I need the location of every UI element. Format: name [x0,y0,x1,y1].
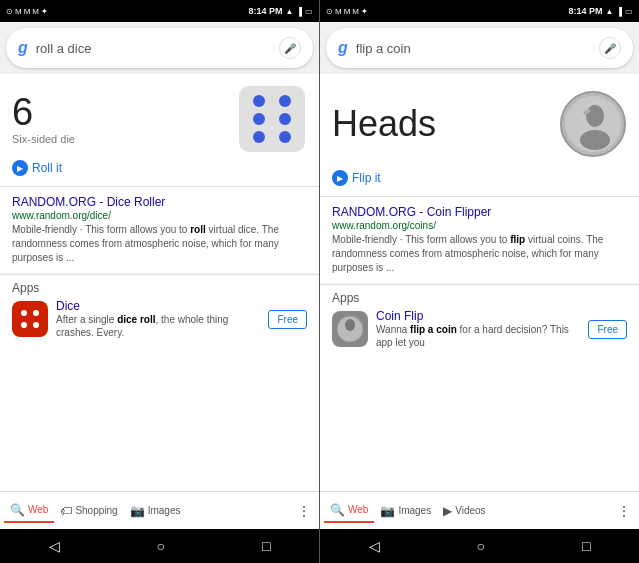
svg-rect-0 [239,86,305,152]
svg-point-2 [279,95,291,107]
gmail-icon-r2: M [344,7,351,16]
main-content-left: 6 Six-sided die ▶ Roll it [0,74,319,491]
status-bar-right: ⊙ M M M ✦ 8:14 PM ▲ ▐ ▭ [320,0,639,22]
dice-app-desc: After a single dice roll, the whole thin… [56,313,260,339]
wifi-icon-r: ▲ [605,7,613,16]
svg-point-4 [279,113,291,125]
status-bar-left: ⊙ M M M ✦ 8:14 PM ▲ ▐ ▭ [0,0,319,22]
nav-more-right[interactable]: ⋮ [613,499,635,523]
home-button-left[interactable]: ○ [157,538,165,554]
nav-tab-shopping-label: Shopping [75,505,117,516]
result-title-left[interactable]: RANDOM.ORG - Dice Roller [12,195,307,209]
flip-btn-circle-icon: ▶ [332,170,348,186]
signal-icon: ▐ [296,7,302,16]
gmail-icon-1: M [15,7,22,16]
result-url-base-r: www.random.org/ [332,220,410,231]
status-icons-right: 8:14 PM ▲ ▐ ▭ [248,6,313,16]
dice-number: 6 [12,93,75,131]
flip-it-label: Flip it [352,171,381,185]
battery-icon: ▭ [305,7,313,16]
result-url-right: www.random.org/coins/ [332,220,627,231]
coin-app-info: Coin Flip Wanna flip a coin for a hard d… [376,309,580,349]
home-button-right[interactable]: ○ [477,538,485,554]
bottom-nav-right: 🔍 Web 📷 Images ▶ Videos ⋮ [320,491,639,529]
dice-app-item: Dice After a single dice roll, the whole… [12,299,307,339]
result-url-path-r: coins/ [410,220,436,231]
dice-label: Six-sided die [12,133,75,145]
signal-icon-r: ▐ [616,7,622,16]
nav-tab-images-left[interactable]: 📷 Images [124,500,187,522]
nav-tab-images-label-left: Images [148,505,181,516]
mic-button-right[interactable]: 🎤 [599,37,621,59]
recents-button-right[interactable]: □ [582,538,590,554]
coin-svg [559,90,627,158]
search-query-right: flip a coin [356,41,599,56]
dice-number-section: 6 Six-sided die [12,93,75,145]
gmail-icon-3: M [32,7,39,16]
dice-phone-panel: ⊙ M M M ✦ 8:14 PM ▲ ▐ ▭ g roll a dice 🎤 … [0,0,319,563]
result-url-base: www.random.org/ [12,210,90,221]
images-icon-right: 📷 [380,504,395,518]
status-icons-right-left: ⊙ M M M ✦ [326,7,368,16]
svg-point-1 [253,95,265,107]
svg-point-10 [33,310,39,316]
result-snippet-left: Mobile-friendly · This form allows you t… [12,223,307,265]
search-query-left: roll a dice [36,41,279,56]
back-button-left[interactable]: ◁ [49,538,60,554]
nav-tab-videos-label: Videos [455,505,485,516]
search-bar-left[interactable]: g roll a dice 🎤 [6,28,313,68]
roll-it-label: Roll it [32,161,62,175]
status-icons-left: ⊙ M M M ✦ [6,7,48,16]
roll-it-button[interactable]: ▶ Roll it [12,160,307,176]
nav-tab-shopping-left[interactable]: 🏷 Shopping [54,500,123,522]
images-icon-left: 📷 [130,504,145,518]
apps-label-left: Apps [12,281,307,295]
svg-point-6 [279,131,291,143]
heads-text: Heads [332,103,436,145]
notification-icon-r: ⊙ [326,7,333,16]
dice-result-card: 6 Six-sided die ▶ Roll it [0,74,319,187]
apps-section-left: Apps Dice After a single dice roll, the … [0,274,319,343]
result-url-path: dice/ [90,210,111,221]
coin-app-icon [332,311,368,347]
nav-tab-images-right[interactable]: 📷 Images [374,500,437,522]
coin-free-button[interactable]: Free [588,320,627,339]
coin-result-card: Heads ▶ Flip it [320,74,639,197]
nav-more-left[interactable]: ⋮ [293,499,315,523]
apps-label-right: Apps [332,291,627,305]
sys-nav-right: ◁ ○ □ [320,529,639,563]
videos-icon-right: ▶ [443,504,452,518]
dice-free-button[interactable]: Free [268,310,307,329]
flip-it-button[interactable]: ▶ Flip it [332,170,627,186]
nav-tab-web-left[interactable]: 🔍 Web [4,499,54,523]
status-time-right: 8:14 PM [568,6,602,16]
mic-button-left[interactable]: 🎤 [279,37,301,59]
dice-search-result: RANDOM.ORG - Dice Roller www.random.org/… [0,187,319,274]
gmail-icon-r1: M [335,7,342,16]
bottom-nav-left: 🔍 Web 🏷 Shopping 📷 Images ⋮ [0,491,319,529]
coin-app-name[interactable]: Coin Flip [376,309,580,323]
nav-tab-videos-right[interactable]: ▶ Videos [437,500,491,522]
svg-point-11 [21,322,27,328]
nav-tab-web-right[interactable]: 🔍 Web [324,499,374,523]
dice-app-name[interactable]: Dice [56,299,260,313]
apps-section-right: Apps Coin Flip Wanna flip a coin for a h… [320,284,639,353]
back-button-right[interactable]: ◁ [369,538,380,554]
coin-search-result: RANDOM.ORG - Coin Flipper www.random.org… [320,197,639,284]
extra-icon: ✦ [41,7,48,16]
coin-app-desc: Wanna flip a coin for a hard decision? T… [376,323,580,349]
shopping-icon-left: 🏷 [60,504,72,518]
heads-result-display: Heads [332,84,627,164]
sys-nav-left: ◁ ○ □ [0,529,319,563]
search-bar-right[interactable]: g flip a coin 🎤 [326,28,633,68]
web-icon-right: 🔍 [330,503,345,517]
notification-icon: ⊙ [6,7,13,16]
status-icons-right-right: 8:14 PM ▲ ▐ ▭ [568,6,633,16]
coin-phone-panel: ⊙ M M M ✦ 8:14 PM ▲ ▐ ▭ g flip a coin 🎤 … [320,0,639,563]
roll-btn-circle-icon: ▶ [12,160,28,176]
wifi-icon: ▲ [285,7,293,16]
google-g-icon: g [18,39,28,57]
recents-button-left[interactable]: □ [262,538,270,554]
dice-result-display: 6 Six-sided die [12,84,307,154]
result-title-right[interactable]: RANDOM.ORG - Coin Flipper [332,205,627,219]
